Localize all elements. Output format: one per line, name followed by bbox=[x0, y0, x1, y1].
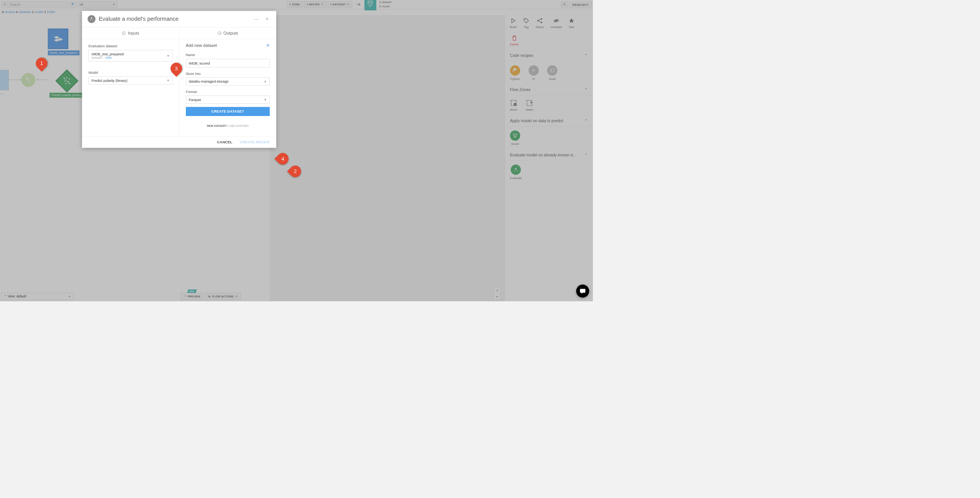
stars-icon bbox=[88, 15, 96, 23]
chevron-down-icon: ▼ bbox=[167, 54, 169, 57]
inputs-header: Inputs bbox=[82, 27, 179, 39]
create-dataset-button[interactable]: CREATE DATASET bbox=[186, 107, 270, 116]
modal-title: Evaluate a model's performance bbox=[99, 16, 249, 22]
eval-dataset-value: IMDB_test_prepared bbox=[91, 52, 124, 56]
evaluate-modal: Evaluate a model's performance — ✕ Input… bbox=[82, 11, 276, 148]
add-dataset-title: Add new dataset bbox=[186, 43, 217, 48]
close-button[interactable]: ✕ bbox=[263, 16, 271, 23]
format-label: Format bbox=[186, 90, 270, 94]
close-icon[interactable]: ✕ bbox=[266, 43, 270, 48]
cancel-button[interactable]: CANCEL bbox=[217, 140, 232, 144]
eval-dataset-dropdown[interactable]: IMDB_test_prepared DATASET - View ▼ bbox=[89, 50, 173, 61]
outputs-column: Outputs Add new dataset ✕ Name Store int… bbox=[179, 27, 276, 136]
eval-dataset-label: Evaluation dataset bbox=[89, 44, 173, 48]
format-value: Parquet bbox=[189, 98, 201, 101]
chat-bubble-button[interactable] bbox=[576, 285, 589, 298]
name-input[interactable] bbox=[186, 59, 270, 67]
model-value: Predict polarity (binary) bbox=[91, 78, 127, 82]
outputs-header: Outputs bbox=[179, 27, 276, 39]
inputs-column: Inputs Evaluation dataset IMDB_test_prep… bbox=[82, 27, 179, 136]
chevron-down-icon: ▼ bbox=[264, 80, 267, 83]
format-dropdown[interactable]: Parquet ▼ bbox=[186, 96, 270, 104]
store-label: Store into bbox=[186, 71, 270, 75]
chevron-down-icon: ▼ bbox=[264, 98, 267, 101]
chevron-down-icon: ▼ bbox=[167, 79, 169, 82]
output-arrow-icon bbox=[217, 31, 222, 35]
modal-header: Evaluate a model's performance — ✕ bbox=[82, 11, 276, 27]
minimize-button[interactable]: — bbox=[252, 16, 260, 23]
use-existing-link[interactable]: USE EXISTING bbox=[229, 124, 249, 128]
input-arrow-icon bbox=[122, 31, 126, 35]
view-link[interactable]: View bbox=[105, 56, 112, 59]
outputs-footer: NEW DATASET | USE EXISTING bbox=[186, 116, 270, 131]
model-label: Model bbox=[89, 71, 173, 75]
model-dropdown[interactable]: Predict polarity (binary) ▼ bbox=[89, 76, 173, 85]
store-value: dataiku-managed-storage bbox=[189, 80, 228, 83]
name-label: Name bbox=[186, 53, 270, 57]
modal-footer: CANCEL CREATE RECIPE bbox=[82, 136, 276, 148]
chat-icon bbox=[579, 288, 586, 294]
store-dropdown[interactable]: dataiku-managed-storage ▼ bbox=[186, 77, 270, 85]
create-recipe-button[interactable]: CREATE RECIPE bbox=[240, 140, 270, 144]
